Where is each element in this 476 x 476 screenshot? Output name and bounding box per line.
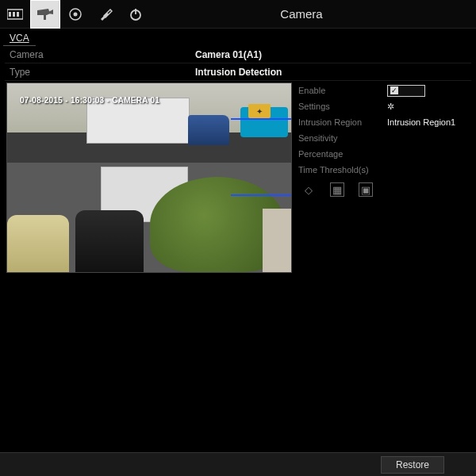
row-sensitivity: Sensitivity <box>298 130 476 146</box>
camera-icon[interactable] <box>30 0 60 29</box>
motion-badge-icon: ✦ <box>248 104 271 118</box>
enable-checkbox[interactable]: ✓ <box>387 85 425 97</box>
row-settings: Settings ✲ <box>298 98 476 114</box>
settings-label: Settings <box>298 102 387 111</box>
preview-overlay-text: 07-08-2015 - 16:30:03 - CAMERA 01 <box>20 96 159 105</box>
row-camera: Camera Camera 01(A1) <box>5 46 471 63</box>
svg-rect-4 <box>44 15 46 20</box>
camera-value[interactable]: Camera 01(A1) <box>195 49 262 60</box>
restore-button[interactable]: Restore <box>381 456 444 474</box>
schedule-icon[interactable] <box>0 0 30 29</box>
enable-label: Enable <box>298 86 387 95</box>
tab-row: VCA <box>0 29 476 46</box>
svg-point-6 <box>74 12 78 16</box>
percentage-label: Percentage <box>298 149 387 159</box>
type-label: Type <box>5 67 195 78</box>
tab-vca[interactable]: VCA <box>3 31 36 46</box>
page-title: Camera <box>151 7 476 21</box>
video-preview[interactable]: 07-08-2015 - 16:30:03 - CAMERA 01 ✦ <box>6 83 292 273</box>
footer: Restore <box>0 452 476 476</box>
type-value[interactable]: Intrusion Detection <box>195 67 282 78</box>
grid-tool-icon[interactable]: ▦ <box>330 182 344 197</box>
camera-label: Camera <box>5 49 195 60</box>
row-threshold: Time Threshold(s) <box>298 162 476 178</box>
row-region: Intrusion Region Intrusion Region1 <box>298 114 476 130</box>
top-bar: Camera <box>0 0 476 29</box>
row-percentage: Percentage <box>298 146 476 162</box>
svg-rect-2 <box>13 12 15 17</box>
sensitivity-label: Sensitivity <box>298 133 387 143</box>
settings-gear-icon[interactable] <box>60 0 90 29</box>
form-area: Camera Camera 01(A1) Type Intrusion Dete… <box>0 46 476 81</box>
power-icon[interactable] <box>121 0 151 29</box>
svg-rect-3 <box>17 12 19 17</box>
region-value[interactable]: Intrusion Region1 <box>387 117 455 127</box>
settings-panel: Enable ✓ Settings ✲ Intrusion Region Int… <box>292 83 476 273</box>
threshold-label: Time Threshold(s) <box>298 165 387 175</box>
row-type: Type Intrusion Detection <box>5 63 471 81</box>
region-label: Intrusion Region <box>298 117 387 127</box>
content-area: 07-08-2015 - 16:30:03 - CAMERA 01 ✦ Enab… <box>0 81 476 273</box>
row-enable: Enable ✓ <box>298 83 476 98</box>
clear-tool-icon[interactable]: ▣ <box>359 182 373 197</box>
svg-rect-1 <box>9 12 11 17</box>
region-tools: ◇ ▦ ▣ <box>298 178 476 197</box>
settings-gear-mini-icon[interactable]: ✲ <box>387 102 394 112</box>
toolbar <box>0 0 151 29</box>
tools-icon[interactable] <box>90 0 121 29</box>
diamond-tool-icon[interactable]: ◇ <box>301 182 316 197</box>
